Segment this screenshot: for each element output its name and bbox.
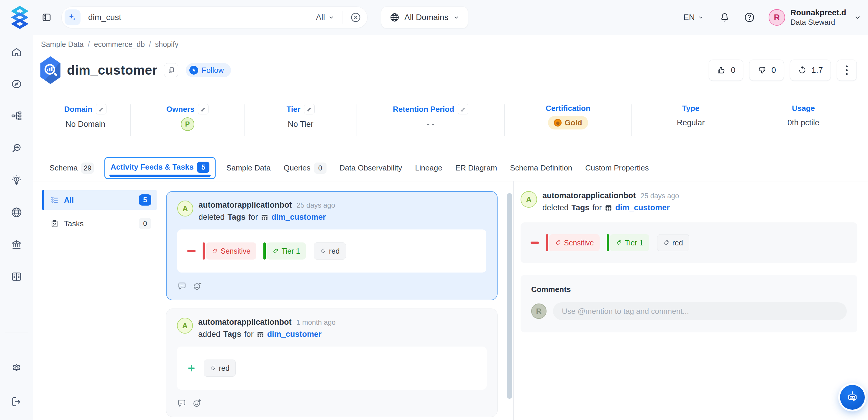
- tag-icon: [212, 248, 218, 254]
- tag-label: red: [672, 239, 683, 247]
- tab-custom-properties[interactable]: Custom Properties: [585, 163, 649, 173]
- page-title: dim_customer: [67, 63, 157, 78]
- notifications-bell-icon[interactable]: [719, 12, 730, 23]
- tab-schema-count: 29: [81, 162, 94, 174]
- tab-data-observability[interactable]: Data Observability: [339, 163, 402, 173]
- filter-tasks[interactable]: Tasks 0: [42, 214, 157, 233]
- chatbot-button[interactable]: [840, 385, 865, 410]
- ai-sparkle-icon[interactable]: [65, 9, 81, 25]
- entity-link[interactable]: dim_customer: [271, 213, 326, 222]
- add-reaction-icon[interactable]: [192, 398, 202, 408]
- tag-label: red: [219, 364, 229, 372]
- feed-timestamp: 25 days ago: [297, 201, 335, 209]
- breadcrumb-schema[interactable]: shopify: [155, 40, 179, 49]
- feed-user-name[interactable]: automatorapplicationbot: [198, 318, 292, 327]
- filter-all[interactable]: All 5: [42, 190, 157, 210]
- tab-er-diagram[interactable]: ER Diagram: [455, 163, 497, 173]
- removed-minus-icon: [531, 242, 539, 244]
- medal-icon: ●: [554, 119, 562, 126]
- sidebar-collapse-icon[interactable]: [41, 12, 52, 23]
- tab-activity-feeds[interactable]: Activity Feeds & Tasks 5: [104, 157, 216, 179]
- type-label: Type: [682, 104, 700, 113]
- edit-domain-icon[interactable]: [96, 104, 106, 115]
- comment-input[interactable]: [553, 302, 847, 320]
- feed-scrollbar[interactable]: [507, 193, 512, 399]
- more-options-button[interactable]: [837, 60, 857, 81]
- edit-tier-icon[interactable]: [304, 104, 315, 115]
- governance-bank-icon[interactable]: [11, 239, 23, 251]
- logout-icon[interactable]: [11, 396, 23, 408]
- user-name: Rounakpreet.d: [790, 8, 846, 18]
- glossary-book-icon[interactable]: [11, 271, 23, 282]
- user-menu-chevron-icon[interactable]: [854, 13, 862, 21]
- reply-comment-icon[interactable]: [177, 398, 186, 408]
- observability-search-eye-icon[interactable]: [11, 143, 22, 154]
- app-logo-icon[interactable]: [11, 6, 28, 29]
- usage-value: 0th pctile: [787, 118, 819, 127]
- table-icon: [604, 204, 612, 212]
- tab-schema-definition[interactable]: Schema Definition: [510, 163, 572, 173]
- breadcrumb-database[interactable]: ecommerce_db: [94, 40, 145, 49]
- feed-preposition: for: [244, 330, 254, 339]
- explore-compass-icon[interactable]: [11, 79, 22, 90]
- tab-sample-data[interactable]: Sample Data: [226, 163, 271, 173]
- discovery-globe-icon[interactable]: [11, 206, 23, 218]
- user-avatar[interactable]: R: [769, 9, 785, 26]
- certification-label: Certification: [546, 104, 590, 113]
- tab-lineage[interactable]: Lineage: [415, 163, 442, 173]
- owner-avatar[interactable]: P: [181, 117, 194, 131]
- reply-comment-icon[interactable]: [177, 281, 187, 291]
- detail-user-name[interactable]: automatorapplicationbot: [542, 191, 636, 200]
- tag-label: Tier 1: [281, 247, 300, 256]
- clipboard-icon: [51, 219, 59, 228]
- entity-link[interactable]: dim_customer: [267, 330, 322, 339]
- edit-retention-icon[interactable]: [458, 104, 468, 115]
- follow-button[interactable]: Follow: [186, 63, 231, 77]
- tag-icon: [210, 365, 216, 371]
- home-icon[interactable]: [11, 47, 22, 58]
- search-scope-dropdown[interactable]: All: [316, 13, 335, 22]
- copy-name-button[interactable]: [164, 63, 178, 77]
- downvote-button[interactable]: 0: [749, 60, 784, 81]
- type-value: Regular: [677, 118, 705, 127]
- left-sidebar: [0, 35, 33, 420]
- chevron-down-icon: [698, 14, 704, 20]
- downvote-count: 0: [771, 65, 776, 75]
- filter-tasks-label: Tasks: [64, 219, 84, 228]
- tab-custom-properties-label: Custom Properties: [585, 163, 649, 173]
- settings-gear-icon[interactable]: [11, 362, 23, 374]
- feed-list: A automatorapplicationbot 25 days ago de…: [166, 191, 498, 420]
- owners-label: Owners: [166, 105, 194, 114]
- star-icon: [189, 66, 198, 74]
- search-input[interactable]: dim_cust: [88, 13, 316, 22]
- language-label: EN: [683, 13, 695, 22]
- language-selector[interactable]: EN: [683, 13, 704, 22]
- add-reaction-icon[interactable]: [193, 281, 202, 291]
- version-button[interactable]: 1.7: [790, 60, 831, 81]
- breadcrumb-service[interactable]: Sample Data: [41, 40, 84, 49]
- global-search-bar[interactable]: dim_cust All: [61, 6, 368, 28]
- search-scope-label: All: [316, 13, 325, 22]
- domain-label: Domain: [64, 105, 92, 114]
- feed-user-name[interactable]: automatorapplicationbot: [198, 201, 292, 210]
- domains-hierarchy-icon[interactable]: [11, 110, 22, 121]
- feed-card-added-tags[interactable]: A automatorapplicationbot 1 month ago ad…: [166, 308, 498, 417]
- all-domains-dropdown[interactable]: All Domains: [381, 6, 468, 28]
- tab-queries[interactable]: Queries 0: [284, 162, 327, 174]
- clear-search-icon[interactable]: [350, 12, 361, 23]
- feed-card-deleted-tags[interactable]: A automatorapplicationbot 25 days ago de…: [166, 191, 498, 300]
- tab-sample-data-label: Sample Data: [226, 163, 271, 173]
- upvote-button[interactable]: 0: [709, 60, 744, 81]
- breadcrumb: Sample Data / ecommerce_db / shopify: [41, 40, 179, 49]
- entity-link[interactable]: dim_customer: [615, 203, 670, 212]
- user-info[interactable]: Rounakpreet.d Data Steward: [790, 8, 846, 27]
- feed-action: added: [198, 330, 220, 339]
- edit-owners-icon[interactable]: [198, 104, 209, 115]
- help-icon[interactable]: [744, 12, 755, 23]
- tab-schema[interactable]: Schema 29: [50, 162, 94, 174]
- current-user-avatar: R: [531, 303, 547, 319]
- comments-section: Comments R: [521, 275, 857, 332]
- insights-lightbulb-icon[interactable]: [11, 175, 23, 186]
- sidebar-divider: [5, 332, 28, 332]
- usage-label: Usage: [792, 104, 815, 113]
